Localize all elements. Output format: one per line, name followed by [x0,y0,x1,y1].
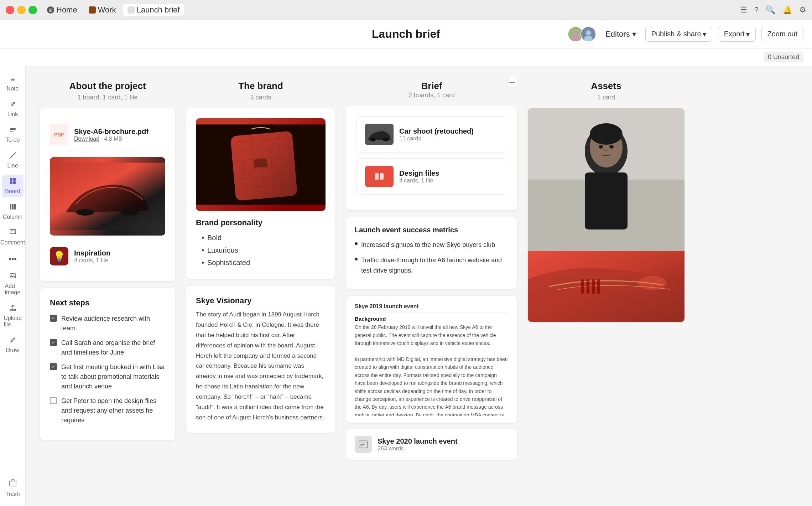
launch-metrics-title: Launch event success metrics [355,226,509,234]
design-files-info: Design files 4 cards, 1 file [399,169,439,184]
brand-personality-title: Brand personality [196,218,326,227]
unsorted-badge: 0 Unsorted [764,52,803,62]
tab-work[interactable]: Work [84,4,120,16]
car-shoot-item[interactable]: Car shoot (retouched) 11 cards [356,116,507,153]
svg-point-25 [76,209,94,216]
home-icon: ⊗ [47,6,54,14]
about-project-card: PDF Skye-A6-brochure.pdf Download · 4.8 … [40,108,175,281]
sidebar-item-more[interactable]: ••• [2,252,24,267]
next-steps-title: Next steps [50,298,165,308]
svg-rect-22 [10,309,16,311]
brief-minimize-button[interactable]: — [507,77,517,87]
design-files-item[interactable]: Design files 4 cards, 1 file [356,158,507,195]
skye-visionary-card: Skye Visionary The story of Audi began i… [186,286,335,433]
metric-bullet-2 [355,258,358,260]
skye-2020-info: Skye 2020 launch event 263 words [378,437,458,452]
skye-2020-item[interactable]: Skye 2020 launch event 263 words [346,429,517,460]
sidebar-item-add-image[interactable]: Add image [2,269,24,299]
brand-column: The brand 3 cards [186,81,335,440]
trash-icon [8,478,17,490]
brief-sub: 2 boards, 1 card [346,92,517,99]
task-item-3: Get first meeting booked in with Lisa to… [50,362,165,391]
sidebar-item-column[interactable]: Column [2,200,24,223]
zoom-label: Zoom out [767,30,797,38]
topbar-actions: Editors ▾ Publish & share ▾ Export ▾ Zoo… [568,26,803,42]
inspiration-item[interactable]: 💡 Inspiration 4 cards, 1 file [50,241,165,271]
sidebar-item-upload[interactable]: Upload file [2,301,24,331]
inspiration-info: Inspiration 4 cards, 1 file [74,249,110,264]
line-icon [9,152,16,161]
sidebar-item-comment[interactable]: Comment [2,226,24,249]
skye-2020-title: Skye 2020 launch event [378,437,458,445]
close-button[interactable] [6,6,14,14]
brand-sub: 3 cards [186,94,335,101]
task-check-1[interactable] [50,315,57,322]
pdf-download-link[interactable]: Download [74,136,99,142]
brief-title: Brief [421,81,442,91]
pdf-meta: Download · 4.8 MB [74,136,149,142]
svg-rect-15 [12,204,14,210]
sidebar-note-label: Note [7,86,19,92]
sidebar-item-note[interactable]: ≡ Note [2,72,24,95]
note-icon: ≡ [10,75,15,84]
editors-button[interactable]: Editors ▾ [602,27,639,41]
assets-title: Assets [528,81,685,92]
fullscreen-button[interactable] [28,6,37,14]
export-button[interactable]: Export ▾ [718,27,756,42]
svg-point-55 [638,276,667,290]
skye-visionary-title: Skye Visionary [196,296,326,305]
brand-list: Bold Luxurious Sophisticated [196,232,326,269]
skye-2019-card: Skye 2019 launch event Background On the… [346,296,517,423]
sidebar-item-board[interactable]: Board [2,175,24,197]
launch-metrics-card: Launch event success metrics Increased s… [346,217,517,289]
tab-home[interactable]: ⊗ Home [43,4,82,16]
tab-launch-brief[interactable]: Launch brief [123,4,184,16]
assets-column: Assets 1 card [528,81,685,329]
inbox-icon[interactable]: ☰ [740,5,747,15]
svg-rect-34 [375,173,379,180]
brief-icon [127,6,135,14]
publish-label: Publish & share [651,30,701,38]
svg-point-32 [383,138,389,141]
avatar-2 [581,26,596,42]
metrics-list: Increased signups to the new Skye buyers… [355,240,509,275]
sidebar-addimage-label: Add image [5,283,21,296]
traffic-lights [6,6,37,14]
sidebar-item-link[interactable]: Link [2,98,24,120]
pdf-title: Skye-A6-brochure.pdf [74,128,149,136]
editors-chevron-icon: ▾ [632,30,636,39]
help-icon[interactable]: ? [754,5,759,15]
sidebar-item-draw[interactable]: Draw [2,334,24,356]
design-files-title: Design files [399,169,439,177]
task-check-2[interactable] [50,339,57,346]
svg-rect-6 [10,128,16,129]
svg-point-4 [586,30,591,36]
person-photo [528,108,685,251]
task-item-4: Get Peter to open the design files and r… [50,396,165,425]
sidebar-trash-button[interactable]: Trash [2,475,22,500]
tab-work-label: Work [98,5,116,15]
add-image-icon [9,272,16,282]
notifications-icon[interactable]: 🔔 [782,5,792,15]
settings-icon[interactable]: ⚙ [799,5,806,15]
work-icon [89,6,96,14]
task-label-3: Get first meeting booked in with Lisa to… [61,362,165,391]
sidebar-item-todo[interactable]: To-do [2,123,24,146]
svg-rect-11 [13,178,16,181]
metric-item-1: Increased signups to the new Skye buyers… [355,240,509,250]
car-shoot-sub: 11 cards [399,135,474,142]
publish-share-button[interactable]: Publish & share ▾ [645,27,712,42]
minimize-button[interactable] [17,6,26,14]
sidebar-item-line[interactable]: Line [2,149,24,172]
task-label-2: Call Sarah and organise the brief and ti… [61,338,165,357]
svg-rect-14 [10,204,11,210]
skye-2019-header: Skye 2019 launch event [355,303,509,313]
task-check-3[interactable] [50,363,57,370]
task-check-4[interactable] [50,397,57,404]
svg-rect-7 [10,129,16,130]
search-icon[interactable]: 🔍 [766,5,775,15]
zoom-out-button[interactable]: Zoom out [761,27,803,41]
pdf-item[interactable]: PDF Skye-A6-brochure.pdf Download · 4.8 … [50,118,165,151]
brief-column: Brief 2 boards, 1 card — [346,81,517,460]
svg-rect-52 [587,279,589,294]
